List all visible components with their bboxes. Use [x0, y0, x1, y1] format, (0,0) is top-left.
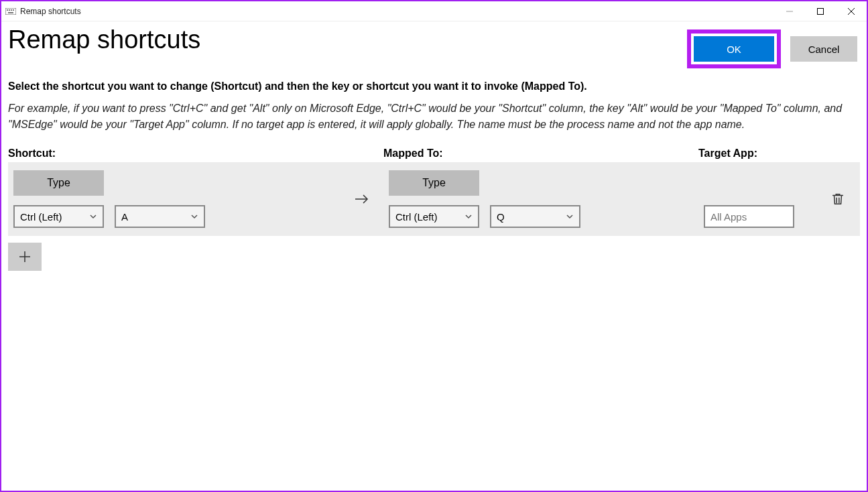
target-app-input[interactable]	[704, 205, 794, 228]
close-button[interactable]	[836, 1, 867, 21]
shortcut-type-button[interactable]: Type	[13, 170, 104, 196]
minimize-button[interactable]	[774, 1, 805, 21]
mapped-key1-value: Ctrl (Left)	[395, 211, 438, 223]
page-title: Remap shortcuts	[8, 25, 200, 54]
keyboard-icon	[5, 6, 16, 17]
mapping-row: Type Ctrl (Left) A	[8, 162, 860, 236]
header-row: Remap shortcuts OK Cancel	[8, 25, 860, 68]
column-headers: Shortcut: Mapped To: Target App:	[8, 147, 860, 160]
ok-highlight: OK	[687, 29, 781, 68]
delete-row-button[interactable]	[828, 189, 848, 209]
shortcut-key2-value: A	[121, 211, 128, 223]
mapped-key2-select[interactable]: Q	[490, 205, 580, 228]
svg-rect-0	[5, 8, 16, 15]
chevron-down-icon	[190, 211, 198, 223]
chevron-down-icon	[566, 211, 574, 223]
plus-icon	[18, 250, 32, 263]
svg-rect-7	[818, 8, 824, 14]
instructions: Select the shortcut you want to change (…	[8, 80, 860, 133]
mapped-type-button[interactable]: Type	[389, 170, 479, 196]
mapped-cell: Type Ctrl (Left) Q	[389, 170, 704, 228]
svg-rect-2	[9, 9, 10, 11]
window-frame: Remap shortcuts Remap shortcuts OK Cance…	[0, 0, 868, 492]
mapped-key2-value: Q	[497, 211, 505, 223]
svg-rect-1	[7, 9, 8, 11]
content-area: Remap shortcuts OK Cancel Select the sho…	[1, 21, 867, 491]
chevron-down-icon	[464, 211, 473, 223]
mapped-key1-select[interactable]: Ctrl (Left)	[389, 205, 479, 228]
shortcut-key1-value: Ctrl (Left)	[20, 211, 62, 223]
col-header-shortcut: Shortcut:	[8, 147, 330, 160]
instructions-example: For example, if you want to press "Ctrl+…	[8, 101, 860, 133]
maximize-button[interactable]	[805, 1, 836, 21]
col-header-target: Target App:	[698, 147, 860, 160]
svg-rect-3	[11, 9, 12, 11]
trash-icon	[830, 192, 845, 206]
add-row-button[interactable]	[8, 243, 42, 271]
col-header-mapped: Mapped To:	[383, 147, 698, 160]
window-title: Remap shortcuts	[20, 7, 81, 16]
titlebar: Remap shortcuts	[1, 1, 867, 21]
action-buttons: OK Cancel	[687, 29, 857, 68]
svg-rect-4	[13, 9, 14, 11]
chevron-down-icon	[89, 211, 97, 223]
shortcut-key1-select[interactable]: Ctrl (Left)	[13, 205, 104, 228]
svg-rect-5	[8, 12, 13, 13]
ok-button[interactable]: OK	[694, 36, 774, 62]
target-cell	[704, 170, 855, 228]
shortcut-key2-select[interactable]: A	[115, 205, 205, 228]
instructions-main: Select the shortcut you want to change (…	[8, 80, 860, 93]
shortcut-cell: Type Ctrl (Left) A	[13, 170, 335, 228]
arrow-icon	[335, 190, 389, 208]
cancel-button[interactable]: Cancel	[790, 36, 857, 62]
